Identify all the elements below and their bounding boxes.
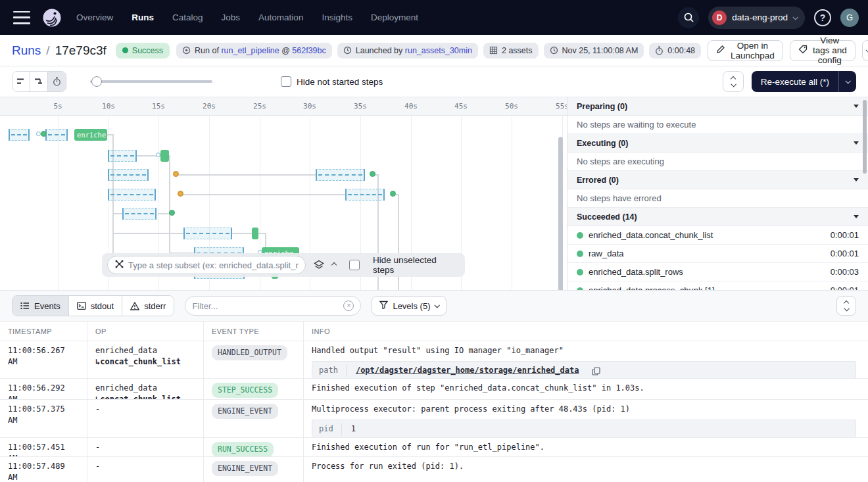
tag-link[interactable]: run_etl_pipeline xyxy=(221,46,279,55)
copy-icon[interactable] xyxy=(592,367,600,375)
zoom-slider-thumb[interactable] xyxy=(91,76,102,87)
axis-tick: 20s xyxy=(203,97,216,116)
open-in-launchpad-button[interactable]: Open in Launchpad xyxy=(708,40,783,61)
nav-item-insights[interactable]: Insights xyxy=(322,12,352,22)
step-marker-box[interactable] xyxy=(108,150,137,162)
step-event-dot-green-dot[interactable] xyxy=(370,171,375,177)
zoom-slider[interactable] xyxy=(90,80,212,83)
log-panel-resize-stepper[interactable] xyxy=(836,296,856,316)
step-marker-box[interactable] xyxy=(316,169,365,181)
step-marker-box[interactable] xyxy=(108,169,149,181)
log-row[interactable]: 11:00:57.451 AM-RUN_SUCCESSFinished exec… xyxy=(0,438,868,457)
sidebar-step-row[interactable]: raw_data 0:00:01 xyxy=(567,245,868,263)
run-tag[interactable]: 0:00:48 xyxy=(649,43,701,59)
tag-link[interactable]: run_assets_30min xyxy=(405,46,472,55)
step-marker-box[interactable] xyxy=(122,208,157,220)
metadata-path-link[interactable]: /opt/dagster/dagster_home/storage/enrich… xyxy=(356,365,579,376)
sidebar-section-header[interactable]: Executing (0) xyxy=(567,134,868,153)
run-tags: Run of run_etl_pipeline @ 562f39bcLaunch… xyxy=(176,43,701,59)
breadcrumb-runs-link[interactable]: Runs xyxy=(12,43,41,58)
sidebar-section-header[interactable]: Preparing (0) xyxy=(567,97,868,116)
chevron-down-icon xyxy=(731,82,736,87)
tab-stderr[interactable]: stderr xyxy=(122,296,174,316)
step-marker-box[interactable] xyxy=(45,129,68,141)
step-duration: 0:00:01 xyxy=(831,249,859,258)
levels-dropdown[interactable]: Levels (5) xyxy=(372,296,446,316)
step-bar-succeeded[interactable] xyxy=(160,150,169,162)
step-event-dot-green-dot[interactable] xyxy=(169,210,175,216)
help-icon[interactable]: ? xyxy=(814,9,831,26)
user-avatar[interactable]: G xyxy=(840,9,859,27)
nav-item-overview[interactable]: Overview xyxy=(76,12,113,22)
panel-resize-stepper[interactable] xyxy=(723,71,744,92)
step-marker-box[interactable] xyxy=(345,189,385,201)
op-selector-icon xyxy=(114,259,124,272)
step-event-dot-orange[interactable] xyxy=(173,171,179,177)
workspace-avatar: D xyxy=(712,11,727,25)
event-type-pill: STEP_SUCCESS xyxy=(212,383,278,398)
reexecute-dropdown[interactable] xyxy=(838,71,856,92)
run-tag[interactable]: 2 assets xyxy=(483,43,539,59)
tag-link[interactable]: 562f39bc xyxy=(292,46,326,55)
view-mode-waterfall-icon[interactable] xyxy=(30,72,48,91)
hide-unselected-checkbox[interactable] xyxy=(349,260,360,270)
funnel-icon xyxy=(379,301,388,311)
log-row[interactable]: 11:00:57.375 AM-ENGINE_EVENTMultiprocess… xyxy=(0,400,868,438)
step-event-dot-green-dot[interactable] xyxy=(390,191,396,197)
sidebar-section-header[interactable]: Errored (0) xyxy=(567,171,868,189)
step-subset-input[interactable] xyxy=(128,260,299,270)
nav-item-runs[interactable]: Runs xyxy=(132,12,154,22)
sidebar-step-row[interactable]: enriched_data.split_rows 0:00:03 xyxy=(567,263,868,281)
log-filter-input[interactable] xyxy=(192,301,339,311)
more-actions-button[interactable] xyxy=(862,40,868,61)
step-marker-box[interactable] xyxy=(9,129,30,141)
nav-item-deployment[interactable]: Deployment xyxy=(371,12,418,22)
dagster-run-page: OverviewRunsCatalogJobsAutomationInsight… xyxy=(0,0,868,482)
step-event-dot-open[interactable] xyxy=(36,132,41,136)
event-type-pill: ENGINE_EVENT xyxy=(212,404,278,419)
reexecute-all-button[interactable]: Re-execute all (*) xyxy=(752,71,856,92)
nav-item-catalog[interactable]: Catalog xyxy=(172,12,203,22)
nav-item-jobs[interactable]: Jobs xyxy=(222,12,241,22)
chevron-down-icon xyxy=(435,302,440,308)
collapse-icon[interactable] xyxy=(332,263,336,267)
chevron-down-icon xyxy=(845,78,850,84)
gantt-scrollbar[interactable] xyxy=(558,137,563,290)
log-row[interactable]: 11:00:56.267 AMenriched_data↳concat_chun… xyxy=(0,341,868,379)
log-op: enriched_data↳concat_chunk_list xyxy=(87,341,204,378)
search-icon[interactable] xyxy=(678,7,699,28)
view-mode-flat-icon[interactable] xyxy=(12,72,30,91)
log-info: Process for run exited (pid: 1). xyxy=(304,457,868,482)
sidebar-step-row[interactable]: enriched_data.process_chunk [1] 0:00:01 xyxy=(567,281,868,290)
step-event-dot-open[interactable] xyxy=(156,153,160,157)
hide-not-started-checkbox[interactable] xyxy=(281,76,291,87)
workspace-switcher[interactable]: D data-eng-prod xyxy=(708,7,805,29)
log-row[interactable]: 11:00:56.292 AMenriched_data↳concat_chun… xyxy=(0,379,868,400)
view-mode-stopwatch-icon[interactable] xyxy=(48,72,66,91)
run-tag[interactable]: Run of run_etl_pipeline @ 562f39bc xyxy=(176,43,332,59)
run-tag[interactable]: Nov 25, 11:00:08 AM xyxy=(544,43,644,59)
sidebar-section-header[interactable]: Succeeded (14) xyxy=(567,208,868,226)
column-header: OP xyxy=(87,322,204,341)
layers-icon[interactable] xyxy=(314,260,324,270)
log-row[interactable]: 11:00:57.489 AM-ENGINE_EVENTProcess for … xyxy=(0,457,868,482)
view-tags-config-button[interactable]: View tags and config xyxy=(790,40,856,61)
sidebar-step-row[interactable]: enriched_data.concat_chunk_list 0:00:01 xyxy=(567,226,868,245)
clear-filter-icon[interactable]: × xyxy=(343,301,354,311)
step-event-dot-orange[interactable] xyxy=(178,191,183,197)
tab-stdout[interactable]: stdout xyxy=(69,296,122,316)
dagster-logo[interactable] xyxy=(42,8,62,28)
log-timestamp: 11:00:57.489 AM xyxy=(0,457,87,482)
step-event-dot-green-dot[interactable] xyxy=(41,131,47,137)
step-bar-succeeded[interactable]: enriche. xyxy=(74,129,107,141)
menu-icon[interactable] xyxy=(13,11,30,24)
step-bar-succeeded[interactable] xyxy=(252,228,258,239)
log-filter: × xyxy=(185,296,361,316)
nav-item-automation[interactable]: Automation xyxy=(258,12,303,22)
run-tag[interactable]: Launched by run_assets_30min xyxy=(337,43,478,59)
step-marker-box[interactable] xyxy=(108,189,156,201)
tab-events[interactable]: Events xyxy=(12,296,69,316)
step-marker-box[interactable] xyxy=(183,228,232,239)
sidebar-scrollbar[interactable] xyxy=(863,100,867,174)
list-icon xyxy=(20,302,30,310)
